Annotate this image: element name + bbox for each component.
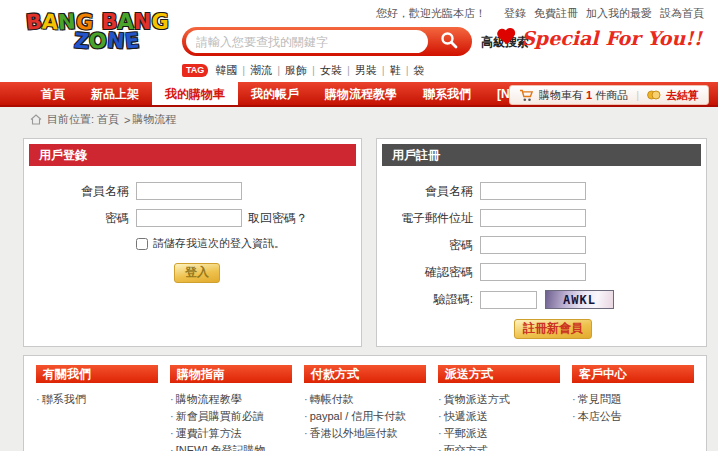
tag-link-bags[interactable]: 袋 (401, 63, 425, 78)
register-email-input[interactable] (480, 209, 586, 227)
captcha-label: 驗證碼: (377, 291, 473, 308)
nav-my-account[interactable]: 我的帳戶 (238, 82, 312, 105)
footer-link-delivery-methods[interactable]: 貨物派送方式 (438, 391, 560, 408)
login-form: 會員名稱 密碼 取回密碼？ 請儲存我這次的登入資訊。 登入 (24, 171, 361, 283)
site-logo[interactable]: BANG BANG ZONE (26, 12, 169, 52)
register-form: 會員名稱 電子郵件位址 密碼 確認密碼 驗證碼: (377, 171, 706, 339)
login-panel-title: 用戶登錄 (29, 144, 356, 166)
breadcrumb: 目前位置: 首頁 > 購物流程 (0, 107, 718, 132)
greeting-text: 您好，歡迎光臨本店！ (376, 7, 486, 19)
footer-link-surface-mail[interactable]: 平郵派送 (438, 425, 560, 442)
tag-link-women[interactable]: 女裝 (307, 63, 342, 78)
heart-icon (496, 28, 515, 45)
register-submit-button[interactable]: 註冊新會員 (514, 319, 592, 339)
tag-link-korea[interactable]: 韓國 (215, 63, 237, 78)
top-utility-bar: 您好，歡迎光臨本店！登錄免費註冊加入我的最愛設為首頁 (376, 6, 704, 21)
footer-col-service: 客戶中心 常見問題 本店公告 (566, 365, 700, 451)
logo-line-2: ZONE (74, 31, 169, 52)
login-username-input[interactable] (136, 182, 242, 200)
footer-col-payment-title: 付款方式 (304, 365, 426, 383)
login-submit-button[interactable]: 登入 (174, 263, 220, 283)
cart-count-suffix: 件商品 (595, 88, 628, 103)
footer-link-paypal[interactable]: paypal / 信用卡付款 (304, 408, 426, 425)
tag-link-men[interactable]: 男裝 (342, 63, 377, 78)
set-homepage-link[interactable]: 設為首頁 (660, 7, 704, 19)
footer-link-express[interactable]: 快遞派送 (438, 408, 560, 425)
coins-icon (647, 89, 661, 101)
nav-new-arrivals[interactable]: 新品上架 (78, 82, 152, 105)
page: BANG BANG ZONE 您好，歡迎光臨本店！登錄免費註冊加入我的最愛設為首… (0, 0, 718, 451)
search-icon (439, 30, 459, 50)
logo-word-zone: ZONE (74, 31, 139, 52)
slogan-text: Special For You!! (521, 27, 702, 49)
cart-icon (519, 89, 534, 102)
footer-col-about: 有關我們 聯系我們 (30, 365, 164, 451)
tag-badge: TAG (182, 64, 208, 77)
footer-col-payment: 付款方式 轉帳付款 paypal / 信用卡付款 香港以外地區付款 (298, 365, 432, 451)
footer-link-shipping-calc[interactable]: 運費計算方法 (170, 425, 292, 442)
login-password-input[interactable] (136, 209, 242, 227)
forgot-password-link[interactable]: 取回密碼？ (248, 210, 308, 227)
tag-link-trend[interactable]: 潮流 (237, 63, 272, 78)
login-panel: 用戶登錄 會員名稱 密碼 取回密碼？ 請儲存我這次的登入資訊。 登入 (23, 138, 362, 347)
nav-home[interactable]: 首頁 (28, 82, 78, 105)
slogan: Special For You!! (497, 27, 702, 49)
register-username-input[interactable] (480, 182, 586, 200)
captcha-image: AWKL (545, 290, 614, 309)
register-password-input[interactable] (480, 236, 586, 254)
footer-col-about-title: 有關我們 (36, 365, 158, 383)
tag-row: TAG 韓國 潮流 服飾 女裝 男裝 鞋 袋 (182, 63, 425, 78)
footer-link-overseas-payment[interactable]: 香港以外地區付款 (304, 425, 426, 442)
tag-link-shoes[interactable]: 鞋 (377, 63, 401, 78)
search-button[interactable] (430, 29, 468, 54)
login-password-label: 密碼 (24, 210, 129, 227)
footer-link-faq[interactable]: 常見問題 (572, 391, 694, 408)
breadcrumb-separator: > (124, 114, 130, 126)
register-username-label: 會員名稱 (377, 183, 473, 200)
captcha-input[interactable] (480, 291, 537, 309)
home-icon (30, 114, 42, 125)
footer-link-contact[interactable]: 聯系我們 (36, 391, 158, 408)
footer-link-meetup[interactable]: 面交方式 (438, 442, 560, 451)
footer-link-guest-checkout[interactable]: [NEW] 免登記購物 (170, 442, 292, 451)
footer-col-delivery-title: 派送方式 (438, 365, 560, 383)
tag-link-apparel[interactable]: 服飾 (272, 63, 307, 78)
register-email-label: 電子郵件位址 (377, 210, 473, 227)
main-content: 用戶登錄 會員名稱 密碼 取回密碼？ 請儲存我這次的登入資訊。 登入 (0, 132, 718, 347)
footer-col-guide-title: 購物指南 (170, 365, 292, 383)
footer-link-bank-transfer[interactable]: 轉帳付款 (304, 391, 426, 408)
footer-col-service-title: 客戶中心 (572, 365, 694, 383)
cart-divider: | (636, 89, 639, 101)
footer-link-tutorial[interactable]: 購物流程教學 (170, 391, 292, 408)
nav-my-cart[interactable]: 我的購物車 (152, 82, 238, 105)
nav-contact-us[interactable]: 聯系我們 (410, 82, 484, 105)
breadcrumb-current: 購物流程 (133, 112, 177, 127)
register-link[interactable]: 免費註冊 (534, 7, 578, 19)
footer: 有關我們 聯系我們 購物指南 購物流程教學 新會員購買前必讀 運費計算方法 [N… (23, 355, 707, 451)
breadcrumb-home-link[interactable]: 首頁 (97, 112, 119, 127)
footer-link-announcements[interactable]: 本店公告 (572, 408, 694, 425)
checkout-link[interactable]: 去結算 (666, 88, 699, 103)
search-bar (182, 27, 472, 56)
breadcrumb-label: 目前位置: (47, 112, 94, 127)
cart-status-widget[interactable]: 購物車有 1 件商品 | 去結算 (509, 85, 709, 105)
register-panel-title: 用戶註冊 (382, 144, 701, 166)
favorites-link[interactable]: 加入我的最愛 (586, 7, 652, 19)
login-username-label: 會員名稱 (24, 183, 129, 200)
main-nav: 首頁 新品上架 我的購物車 我的帳戶 購物流程教學 聯系我們 [NEW] 免登記… (0, 82, 718, 107)
search-input[interactable] (186, 30, 428, 53)
register-password-label: 密碼 (377, 237, 473, 254)
top-header: BANG BANG ZONE 您好，歡迎光臨本店！登錄免費註冊加入我的最愛設為首… (0, 0, 718, 82)
register-confirm-label: 確認密碼 (377, 264, 473, 281)
cart-count-prefix: 購物車有 (539, 88, 583, 103)
nav-shopping-tutorial[interactable]: 購物流程教學 (312, 82, 410, 105)
footer-col-guide: 購物指南 購物流程教學 新會員購買前必讀 運費計算方法 [NEW] 免登記購物 (164, 365, 298, 451)
footer-col-delivery: 派送方式 貨物派送方式 快遞派送 平郵派送 面交方式 (432, 365, 566, 451)
footer-link-newmember-read[interactable]: 新會員購買前必讀 (170, 408, 292, 425)
remember-me-label: 請儲存我這次的登入資訊。 (153, 236, 285, 251)
register-confirm-input[interactable] (480, 263, 586, 281)
remember-me-checkbox[interactable] (136, 238, 148, 250)
login-link[interactable]: 登錄 (504, 7, 526, 19)
cart-count: 1 (586, 89, 592, 101)
register-panel: 用戶註冊 會員名稱 電子郵件位址 密碼 確認密碼 (376, 138, 707, 347)
